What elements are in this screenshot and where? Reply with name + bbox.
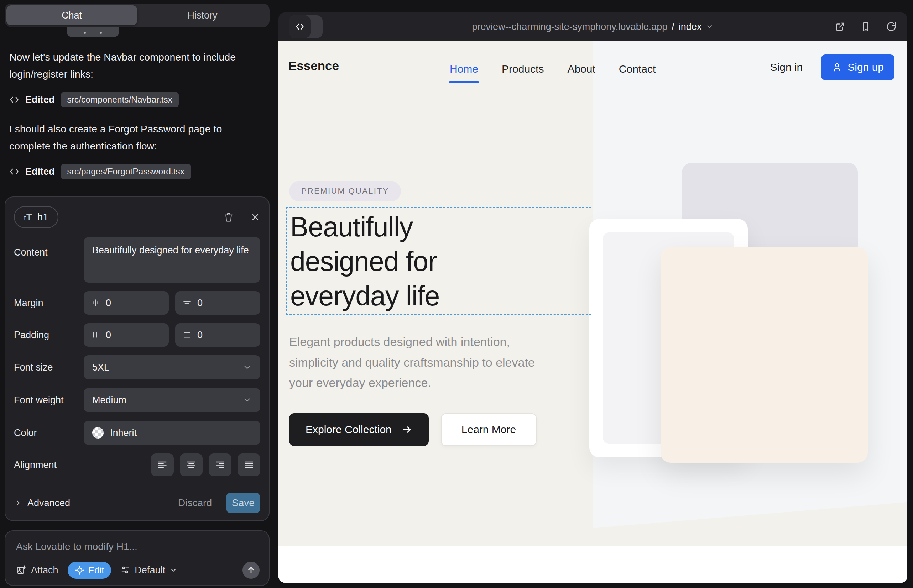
edited-file-row[interactable]: Edited src/components/Navbar.tsx (9, 92, 179, 108)
edit-mode-button[interactable]: Edit (68, 562, 112, 579)
type-icon: tT (24, 212, 32, 223)
nav-link-products[interactable]: Products (502, 63, 544, 75)
nav-links: Home Products About Contact (450, 63, 656, 75)
color-value: Inherit (110, 428, 137, 438)
send-button[interactable] (243, 562, 260, 579)
hero-heading[interactable]: Beautifully designed for everyday life (290, 210, 439, 313)
color-row: Color Inherit (14, 421, 260, 445)
content-input[interactable]: Beautifully designed for everyday life (84, 237, 260, 283)
chevron-down-icon (243, 363, 252, 372)
element-editor-panel: tT h1 Content Beautifully designed for e… (5, 197, 270, 521)
discard-button[interactable]: Discard (178, 497, 212, 509)
font-weight-value: Medium (92, 395, 126, 406)
edit-label: Edit (88, 565, 104, 576)
url-bar[interactable]: preview--charming-site-symphony.lovable.… (278, 21, 907, 32)
padding-x-value: 0 (106, 330, 111, 341)
next-section-background (278, 546, 907, 583)
content-row: Content Beautifully designed for everyda… (14, 237, 260, 283)
mobile-view-icon[interactable] (860, 21, 871, 32)
site-navbar: Essence Home Products About Contact Sign… (278, 41, 907, 98)
chat-message: I should also create a Forgot Password p… (9, 120, 260, 155)
margin-vertical-icon (182, 298, 191, 307)
nav-link-contact[interactable]: Contact (619, 63, 656, 75)
open-external-icon[interactable] (835, 21, 845, 32)
advanced-label: Advanced (28, 498, 70, 509)
advanced-expander[interactable]: Advanced (14, 498, 70, 509)
alignment-row: Alignment (14, 454, 260, 476)
default-mode-button[interactable]: Default (120, 565, 177, 576)
chat-message: Now let's update the Navbar component to… (9, 48, 260, 82)
site-logo[interactable]: Essence (288, 59, 339, 73)
default-label: Default (134, 565, 165, 576)
padding-label: Padding (14, 330, 49, 341)
padding-row: Padding 0 0 (14, 323, 260, 347)
alignment-label: Alignment (14, 459, 57, 470)
font-size-label: Font size (14, 362, 53, 373)
font-size-value: 5XL (92, 362, 109, 373)
font-size-select[interactable]: 5XL (84, 355, 260, 380)
attach-button[interactable]: Attach (16, 565, 58, 576)
margin-row: Margin 0 0 (14, 291, 260, 315)
decor-card-cream (660, 247, 868, 463)
color-select[interactable]: Inherit (84, 421, 260, 445)
margin-label: Margin (14, 297, 44, 309)
arrow-up-icon (246, 565, 256, 575)
code-icon (9, 166, 19, 176)
delete-element-icon[interactable] (223, 212, 234, 223)
nav-link-home[interactable]: Home (450, 63, 478, 75)
file-path-chip[interactable]: src/components/Navbar.tsx (61, 92, 179, 108)
font-weight-select[interactable]: Medium (84, 388, 260, 412)
chevron-down-icon (243, 396, 252, 405)
explore-collection-button[interactable]: Explore Collection (289, 413, 429, 446)
margin-y-input[interactable]: 0 (175, 291, 260, 315)
url-path: index (679, 21, 702, 32)
chat-composer: Attach Edit Default (5, 530, 270, 586)
explore-collection-label: Explore Collection (306, 423, 392, 436)
padding-y-input[interactable]: 0 (175, 323, 260, 347)
tab-chat[interactable]: Chat (6, 5, 137, 25)
color-swatch-transparent (92, 427, 104, 438)
url-separator: / (672, 21, 674, 32)
sliders-icon (120, 565, 130, 575)
composer-toolbar: Attach Edit Default (16, 562, 260, 579)
edited-file-row[interactable]: Edited src/pages/ForgotPassword.tsx (9, 164, 191, 179)
edited-label: Edited (25, 94, 55, 105)
chevron-down-icon (706, 23, 714, 31)
align-right-button[interactable] (209, 454, 231, 476)
nav-auth: Sign in Sign up (770, 55, 895, 80)
edited-label: Edited (25, 166, 55, 177)
composer-input[interactable] (16, 541, 260, 552)
premium-quality-badge: PREMIUM QUALITY (289, 181, 401, 202)
preview-browser-frame: preview--charming-site-symphony.lovable.… (278, 13, 907, 583)
sign-up-button[interactable]: Sign up (821, 55, 895, 80)
browser-chrome: preview--charming-site-symphony.lovable.… (278, 13, 907, 41)
close-icon[interactable] (250, 212, 260, 222)
editor-header: tT h1 (14, 206, 260, 228)
refresh-icon[interactable] (886, 21, 897, 32)
color-label: Color (14, 428, 37, 438)
margin-x-value: 0 (106, 297, 111, 309)
font-weight-row: Font weight Medium (14, 388, 260, 412)
scrolled-message-pill (67, 27, 119, 37)
hero-cta-group: Explore Collection Learn More (289, 413, 537, 446)
tab-bar: Chat History (5, 3, 270, 27)
file-path-chip[interactable]: src/pages/ForgotPassword.tsx (61, 164, 191, 179)
nav-link-about[interactable]: About (567, 63, 595, 75)
align-center-button[interactable] (180, 454, 202, 476)
tab-history[interactable]: History (137, 5, 268, 25)
padding-x-input[interactable]: 0 (84, 323, 169, 347)
code-preview-toggle[interactable] (289, 15, 323, 38)
sign-in-link[interactable]: Sign in (770, 61, 803, 73)
active-underline (449, 81, 479, 83)
save-button[interactable]: Save (226, 493, 260, 513)
url-host: preview--charming-site-symphony.lovable.… (472, 21, 668, 32)
sign-up-label: Sign up (847, 61, 884, 73)
learn-more-button[interactable]: Learn More (441, 413, 537, 446)
image-plus-icon (16, 565, 27, 575)
margin-x-input[interactable]: 0 (84, 291, 169, 315)
align-justify-button[interactable] (238, 454, 260, 476)
content-label: Content (14, 237, 48, 258)
align-left-button[interactable] (151, 454, 174, 476)
padding-y-value: 0 (197, 330, 202, 341)
chevron-down-icon (170, 566, 177, 574)
